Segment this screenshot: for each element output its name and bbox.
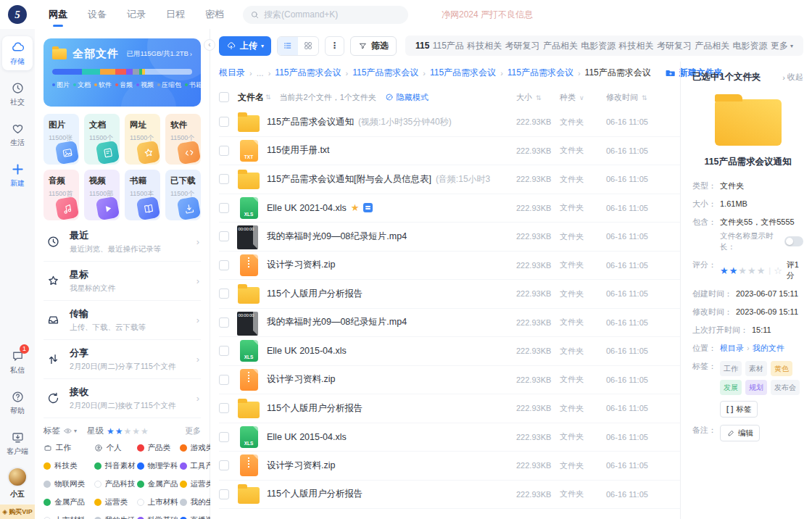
row-checkbox[interactable] [219,432,229,442]
grid-view-button[interactable] [298,37,318,55]
storage-usage[interactable]: 已用115GB/共1.2TB› [126,49,192,59]
tag-item-6[interactable]: 物理学科 [137,461,178,471]
all-files-card[interactable]: 全部文件 已用115GB/共1.2TB› 图片文档软件音频视频压缩包书籍其它 [44,38,201,107]
tag-item-9[interactable]: 产品科技 [94,479,136,489]
rail-bottom-item-1[interactable]: 帮助 [2,386,33,420]
row-checkbox[interactable] [219,146,229,156]
file-row-2[interactable]: 115产品需求会议通知[附与会人员信息表](音频:15小时35分钟40秒)222… [219,165,680,194]
category-tile-5[interactable]: 视频11500部 [84,170,120,220]
column-name[interactable]: 文件名 [238,91,264,104]
star-icon[interactable]: ★ [720,265,729,276]
breadcrumb-item-2[interactable]: 115产品需求会议 [275,67,341,79]
star-icon[interactable]: ★ [757,265,766,276]
breadcrumb-item-3[interactable]: 115产品需求会议 [352,67,418,79]
row-checkbox[interactable] [219,231,229,241]
tag-chip-4[interactable]: 规划 [745,380,767,395]
category-tile-2[interactable]: 网址11500个 [125,114,160,165]
star-icon[interactable]: ★ [729,265,739,276]
file-row-1[interactable]: 115使用手册.txt222.93KB文件夹06-16 11:05 [219,137,680,166]
filename-duration-toggle[interactable] [784,236,803,246]
sort-icon[interactable]: ⇅ [265,94,271,101]
tag-chip-0[interactable]: 工作 [720,361,742,376]
file-row-7[interactable]: 我的幸福时光09—08纪录短片.mp4222.93KB文件夹06-16 11:0… [219,309,680,338]
location-root-link[interactable]: 根目录 [720,344,744,352]
file-rows[interactable]: 115产品需求会议通知(视频:1小时35分钟40秒)222.93KB文件夹06-… [219,108,680,519]
filter-button[interactable]: 筛选 [350,36,397,56]
file-tab-2[interactable]: 科技相关 [467,40,502,52]
row-checkbox[interactable] [219,403,229,413]
tag-item-16[interactable]: 上市材料 [44,515,93,519]
row-checkbox[interactable] [219,260,229,270]
star-icon[interactable]: ★ [351,202,360,213]
tag-item-17[interactable]: 我的生活 [94,515,136,519]
star-icon[interactable]: ★ [124,426,133,436]
topbar-tab-4[interactable]: 密档 [205,6,224,23]
sidebar-item-1[interactable]: 星标我星标的文件› [44,262,201,301]
row-checkbox[interactable] [219,460,229,470]
column-size[interactable]: 大小 ⇅ [490,92,560,103]
file-row-0[interactable]: 115产品需求会议通知(视频:1小时35分钟40秒)222.93KB文件夹06-… [219,108,680,137]
rail-bottom-item-0[interactable]: 1私信 [2,345,33,379]
rail-item-1[interactable]: 社交 [2,77,33,111]
column-kind[interactable]: 种类 ∨ [560,92,606,103]
category-tile-6[interactable]: 书籍11500本 [125,170,160,220]
star-icon[interactable]: ★ [747,265,757,276]
file-row-10[interactable]: 115个人版用户分析报告222.93KB文件夹06-16 11:05 [219,394,680,423]
select-all-checkbox[interactable] [219,92,229,102]
tag-chip-2[interactable]: 黄色 [771,361,792,376]
file-tab-7[interactable]: 考研复习 [657,40,692,52]
rail-item-2[interactable]: 生活 [2,117,33,151]
tag-item-2[interactable]: 产品类 [137,443,178,453]
category-tile-7[interactable]: 已下载11500个 [165,170,201,220]
file-tab-6[interactable]: 科技相关 [619,40,654,52]
add-tag-button[interactable]: [ ]标签 [720,401,758,418]
row-checkbox[interactable] [219,174,229,184]
file-tab-4[interactable]: 产品相关 [543,40,578,52]
file-row-6[interactable]: 115个人版用户分析报告222.93KB文件夹06-16 11:05 [219,280,680,309]
sidebar-item-3[interactable]: 分享2月20日(周二)分享了115个文件› [44,340,201,379]
column-modified[interactable]: 修改时间 ⇅ [606,92,673,103]
file-tab-3[interactable]: 考研复习 [505,40,540,52]
tags-more-link[interactable]: 更多 [185,425,201,436]
tag-item-14[interactable]: 上市材料 [137,497,178,507]
search-input[interactable] [264,9,401,20]
topbar-tab-2[interactable]: 记录 [127,6,146,23]
file-row-3[interactable]: Elle UK 2021-04.xls★222.93KB文件夹06-16 11:… [219,194,680,223]
row-checkbox[interactable] [219,288,229,299]
category-tile-3[interactable]: 软件11500个 [165,114,201,165]
topbar-tab-3[interactable]: 日程 [166,6,185,23]
row-checkbox[interactable] [219,346,229,356]
file-row-12[interactable]: 设计学习资料.zip222.93KB文件夹06-16 11:05 [219,452,680,481]
sidebar-item-4[interactable]: 接收2月20日(周二)接收了115个文件› [44,379,201,418]
rating-stars[interactable]: ★★★★★|☆评1分 [720,260,803,281]
file-row-8[interactable]: Elle UK 2015-04.xls222.93KB文件夹06-16 11:0… [219,337,680,366]
chevron-down-icon[interactable]: ▾ [74,428,77,434]
app-logo[interactable]: 5 [8,5,27,24]
tag-item-8[interactable]: 物联网类 [44,479,93,489]
file-tab-9[interactable]: 电影资源 [733,40,768,52]
sidebar-collapse-handle[interactable]: ‹ [204,39,215,51]
edit-note-button[interactable]: 编辑 [720,425,760,441]
tag-item-12[interactable]: 金属产品 [44,497,93,507]
topbar-tab-0[interactable]: 网盘 [49,6,67,23]
breadcrumb-item-1[interactable]: ... [257,68,264,78]
star-icon[interactable]: ★ [738,265,747,276]
tag-item-0[interactable]: 工作 [44,443,93,453]
star-outline-icon[interactable]: ☆ [774,265,782,276]
buy-vip-button[interactable]: ◈购买VIP [0,505,35,519]
rail-item-3[interactable]: 新建 [2,158,33,192]
tag-item-4[interactable]: 科技类 [44,461,93,471]
row-checkbox[interactable] [219,203,229,213]
topbar-tab-1[interactable]: 设备 [88,6,107,23]
eye-icon[interactable] [63,426,72,436]
breadcrumb-item-4[interactable]: 115产品需求会议 [430,67,496,79]
label-icon[interactable] [363,203,373,212]
file-tab-0[interactable]: 115 [415,41,429,51]
tag-chip-5[interactable]: 发布会 [771,380,800,395]
row-checkbox[interactable] [219,375,229,385]
file-row-4[interactable]: 我的幸福时光09—08纪录短片.mp4222.93KB文件夹06-16 11:0… [219,223,680,252]
row-checkbox[interactable] [219,317,229,328]
global-search[interactable] [243,6,408,24]
location-child-link[interactable]: 我的文件 [753,344,784,352]
category-tile-0[interactable]: 图片11500张 [44,114,79,165]
